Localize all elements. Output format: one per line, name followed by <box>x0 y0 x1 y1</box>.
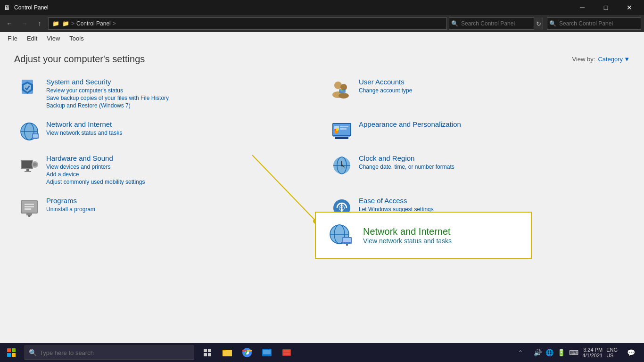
clock-region-link-0[interactable]: Change date, time, or number formats <box>359 164 454 170</box>
user-accounts-info: User Accounts Change account type <box>359 78 412 94</box>
category-clock-region[interactable]: Clock and Region Change date, time, or n… <box>327 150 630 189</box>
system-security-link-2[interactable]: Backup and Restore (Windows 7) <box>46 102 169 109</box>
svg-rect-23 <box>340 128 347 130</box>
svg-rect-66 <box>223 350 232 356</box>
system-security-link-1[interactable]: Save backup copies of your files with Fi… <box>46 95 169 101</box>
menu-tools[interactable]: Tools <box>66 34 87 43</box>
taskbar-right: ⌃ 🔊 🌐 🔋 ⌨ 3:24 PM 4/1/2021 ENGUS 💬 <box>511 343 644 362</box>
hardware-sound-link-2[interactable]: Adjust commonly used mobility settings <box>46 179 145 185</box>
hardware-sound-info: Hardware and Sound View devices and prin… <box>46 154 145 185</box>
svg-rect-29 <box>22 161 32 168</box>
svg-rect-58 <box>7 348 11 352</box>
svg-rect-71 <box>263 354 271 355</box>
tooltip-title: Network and Internet <box>363 226 452 237</box>
svg-rect-27 <box>333 136 350 137</box>
user-accounts-icon <box>330 78 353 100</box>
viewby-dropdown[interactable]: Category ▼ <box>598 56 630 63</box>
category-grid: System and Security Review your computer… <box>14 74 630 224</box>
tooltip-network-icon <box>325 220 355 250</box>
main-content: Adjust your computer's settings View by:… <box>0 44 644 343</box>
network-internet-icon <box>18 120 41 143</box>
category-system-security[interactable]: System and Security Review your computer… <box>14 74 317 113</box>
svg-rect-45 <box>25 206 34 207</box>
hardware-sound-link-0[interactable]: View devices and printers <box>46 164 145 170</box>
start-button[interactable] <box>0 343 23 362</box>
svg-rect-32 <box>26 169 29 171</box>
svg-rect-65 <box>208 353 211 356</box>
svg-rect-63 <box>208 349 211 352</box>
page-title: Adjust your computer's settings <box>14 54 145 65</box>
task-view-button[interactable] <box>198 343 217 362</box>
category-hardware-sound[interactable]: Hardware and Sound View devices and prin… <box>14 150 317 189</box>
programs-title[interactable]: Programs <box>46 197 77 205</box>
search-box-2[interactable]: 🔍 <box>547 17 641 30</box>
refresh-button[interactable]: ↻ <box>534 17 543 30</box>
network-internet-link-0[interactable]: View network status and tasks <box>46 130 122 136</box>
back-button[interactable]: ← <box>3 17 16 30</box>
category-network-internet[interactable]: Network and Internet View network status… <box>14 116 317 147</box>
svg-rect-61 <box>12 353 16 357</box>
search-input-1[interactable] <box>458 20 534 27</box>
maximize-button[interactable]: □ <box>595 0 617 15</box>
notification-button[interactable]: 💬 <box>621 343 640 362</box>
appearance-icon <box>330 120 353 143</box>
address-segment: 📁 <box>62 20 69 27</box>
show-hidden-icons-button[interactable]: ⌃ <box>511 343 530 362</box>
hardware-sound-title[interactable]: Hardware and Sound <box>46 154 113 162</box>
forward-button[interactable]: → <box>18 17 31 30</box>
category-user-accounts[interactable]: User Accounts Change account type <box>327 74 630 113</box>
address-control-panel: Control Panel <box>76 20 111 27</box>
minimize-button[interactable]: ─ <box>571 0 593 15</box>
taskbar-search[interactable]: 🔍 <box>25 346 194 360</box>
taskbar-file-explorer[interactable] <box>218 343 237 362</box>
dropdown-arrow-icon: ▼ <box>624 56 630 63</box>
taskbar-search-input[interactable] <box>40 349 181 356</box>
close-button[interactable]: ✕ <box>619 0 640 15</box>
menu-view[interactable]: View <box>43 34 64 43</box>
search-input-2[interactable] <box>556 20 632 27</box>
clock-region-info: Clock and Region Change date, time, or n… <box>359 154 454 170</box>
taskbar-app1[interactable] <box>257 343 276 362</box>
viewby-label: View by: <box>572 56 595 63</box>
app-icon: 🖥 <box>4 4 10 11</box>
system-security-info: System and Security Review your computer… <box>46 78 169 109</box>
taskbar-chrome[interactable] <box>238 343 256 362</box>
viewby-value: Category <box>598 56 623 63</box>
system-security-link-0[interactable]: Review your computer's status <box>46 87 169 94</box>
page-header: Adjust your computer's settings View by:… <box>14 54 630 65</box>
address-bar: ← → ↑ 📁 📁 > Control Panel > 🔍 ↻ 🔍 <box>0 15 644 32</box>
view-by: View by: Category ▼ <box>572 56 630 63</box>
svg-rect-60 <box>7 353 11 357</box>
svg-rect-55 <box>343 238 351 242</box>
svg-rect-57 <box>346 244 348 246</box>
svg-rect-64 <box>204 353 207 356</box>
menu-file[interactable]: File <box>4 34 21 43</box>
programs-link-0[interactable]: Uninstall a program <box>46 206 95 213</box>
svg-rect-70 <box>263 350 271 354</box>
clock-region-title[interactable]: Clock and Region <box>359 154 414 162</box>
programs-info: Programs Uninstall a program <box>46 197 95 213</box>
category-programs[interactable]: Programs Uninstall a program <box>14 193 317 224</box>
taskbar-app2[interactable] <box>277 343 296 362</box>
svg-rect-62 <box>204 349 207 352</box>
clock-time: 3:24 PM <box>582 347 603 353</box>
network-internet-title[interactable]: Network and Internet <box>46 120 112 128</box>
address-box[interactable]: 📁 📁 > Control Panel > <box>48 17 447 30</box>
user-accounts-title[interactable]: User Accounts <box>359 78 405 86</box>
taskbar-search-icon: 🔍 <box>29 349 37 356</box>
user-accounts-link-0[interactable]: Change account type <box>359 87 412 94</box>
system-security-title[interactable]: System and Security <box>46 78 111 86</box>
appearance-title[interactable]: Appearance and Personalization <box>359 120 461 128</box>
network-tooltip: Network and Internet View network status… <box>315 212 532 259</box>
category-appearance[interactable]: Appearance and Personalization <box>327 116 630 147</box>
up-button[interactable]: ↑ <box>33 17 46 30</box>
ease-access-title[interactable]: Ease of Access <box>359 197 407 205</box>
systray-network: 🌐 <box>545 349 553 356</box>
svg-rect-17 <box>33 138 37 139</box>
svg-point-26 <box>334 129 336 131</box>
svg-rect-56 <box>344 243 350 244</box>
menu-edit[interactable]: Edit <box>23 34 41 43</box>
svg-rect-33 <box>25 171 31 172</box>
hardware-sound-link-1[interactable]: Add a device <box>46 171 145 178</box>
search-box-1[interactable]: 🔍 ↻ <box>449 17 543 30</box>
